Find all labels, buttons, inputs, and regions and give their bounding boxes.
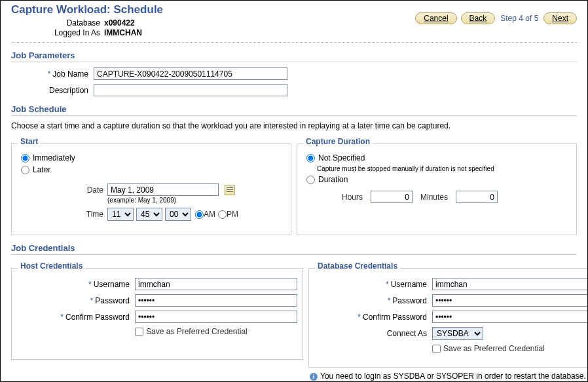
- pm-label: PM: [227, 210, 238, 219]
- start-legend: Start: [18, 137, 41, 146]
- hours-input[interactable]: [371, 191, 413, 203]
- start-later-radio[interactable]: [21, 166, 29, 174]
- database-label: Database: [11, 18, 104, 28]
- not-specified-label: Not Specified: [318, 153, 365, 162]
- minutes-input[interactable]: [456, 191, 498, 203]
- logged-in-value: IMMCHAN: [104, 28, 142, 37]
- db-confirm-label: Confirm Password: [363, 313, 427, 322]
- minutes-label: Minutes: [420, 193, 448, 202]
- time-hour-select[interactable]: 11: [107, 208, 134, 221]
- description-label: Description: [49, 86, 88, 95]
- step-indicator: Step 4 of 5: [500, 14, 538, 23]
- db-username-input[interactable]: [432, 278, 588, 290]
- job-schedule-header: Job Schedule: [11, 104, 577, 116]
- job-parameters-header: Job Parameters: [11, 50, 577, 62]
- db-username-label: Username: [391, 280, 427, 289]
- host-username-label: Username: [94, 280, 130, 289]
- database-value: x090422: [104, 18, 135, 28]
- start-later-label: Later: [33, 165, 50, 174]
- db-info-text: You need to login as SYSDBA or SYSOPER i…: [320, 372, 586, 381]
- date-label: Date: [17, 183, 107, 195]
- host-confirm-label: Confirm Password: [65, 313, 130, 322]
- info-icon: i: [310, 373, 318, 381]
- back-button[interactable]: Back: [461, 12, 496, 24]
- page-title: Capture Workload: Schedule: [11, 3, 163, 16]
- duration-hint: Capture must be stopped manually if dura…: [317, 165, 571, 172]
- duration-label: Duration: [318, 175, 348, 184]
- db-save-preferred-checkbox[interactable]: [432, 345, 441, 353]
- host-save-preferred-label: Save as Preferred Credential: [146, 327, 248, 336]
- time-label: Time: [17, 210, 107, 219]
- host-username-input[interactable]: [135, 278, 297, 290]
- calendar-icon[interactable]: [225, 185, 235, 195]
- host-save-preferred-checkbox[interactable]: [135, 328, 143, 336]
- db-password-label: Password: [392, 296, 427, 305]
- pm-radio[interactable]: [218, 210, 227, 219]
- start-immediately-label: Immediately: [33, 153, 75, 162]
- connect-as-select[interactable]: SYSDBA: [432, 327, 483, 340]
- duration-legend: Capture Duration: [303, 137, 373, 146]
- host-confirm-input[interactable]: [135, 311, 297, 323]
- job-credentials-header: Job Credentials: [11, 243, 577, 255]
- duration-radio[interactable]: [306, 176, 315, 184]
- time-second-select[interactable]: 00: [165, 208, 191, 221]
- date-input[interactable]: [107, 183, 219, 196]
- host-password-label: Password: [95, 296, 130, 305]
- description-input[interactable]: [94, 84, 287, 96]
- db-confirm-input[interactable]: [432, 311, 588, 323]
- hours-label: Hours: [342, 193, 363, 202]
- connect-as-label: Connect As: [387, 329, 427, 338]
- job-name-label: Job Name: [52, 69, 88, 79]
- logged-in-label: Logged In As: [11, 28, 104, 37]
- schedule-help: Choose a start time and a capture durati…: [11, 121, 577, 130]
- db-save-preferred-label: Save as Preferred Credential: [443, 344, 545, 353]
- next-button[interactable]: Next: [543, 12, 577, 24]
- start-immediately-radio[interactable]: [21, 154, 29, 162]
- db-password-input[interactable]: [432, 294, 588, 307]
- time-minute-select[interactable]: 45: [136, 208, 162, 221]
- not-specified-radio[interactable]: [306, 154, 315, 162]
- cancel-button[interactable]: Cancel: [415, 12, 456, 24]
- db-credentials-legend: Database Credentials: [315, 261, 400, 271]
- separator: [11, 42, 577, 43]
- date-example: (example: May 1, 2009): [107, 197, 235, 204]
- host-credentials-legend: Host Credentials: [18, 261, 85, 271]
- am-label: AM: [204, 210, 215, 219]
- job-name-input[interactable]: [94, 67, 287, 80]
- host-password-input[interactable]: [135, 294, 297, 307]
- am-radio[interactable]: [195, 210, 204, 219]
